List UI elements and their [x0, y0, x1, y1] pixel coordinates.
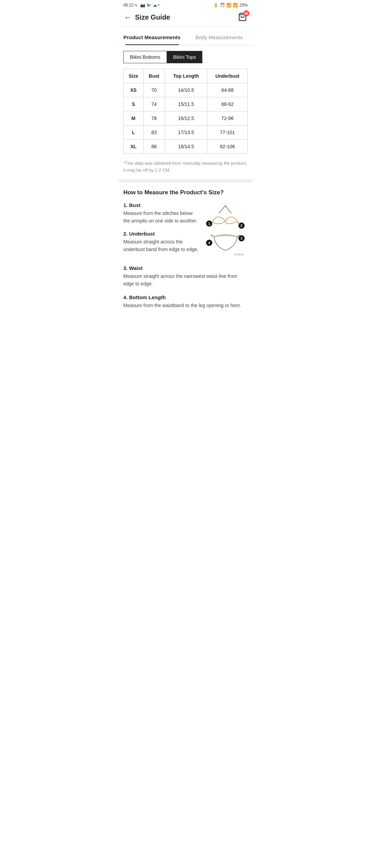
bikini-tops-button[interactable]: Bikini Tops	[167, 51, 203, 63]
measure-label-3: 3. Waist	[123, 265, 248, 271]
svg-line-5	[219, 206, 225, 213]
table-row: L8317/13.577-101	[124, 126, 248, 140]
status-right: 🔋 ⏰ 📶 📶 25%	[213, 3, 248, 8]
measure-label-1: 1. Bust	[123, 202, 200, 208]
status-left: 06:22 ч. 📷 🐦 ☁ •	[123, 3, 159, 8]
measure-desc-1: Measure from the stitches below the armp…	[123, 210, 200, 225]
tabs: Product Measurements Body Measurements	[119, 30, 252, 45]
table-row: XS7014/10.564-88	[124, 83, 248, 97]
col-top-length: Top Length	[165, 69, 207, 83]
status-icons: 📷 🐦 ☁ •	[140, 3, 159, 8]
col-bust: Bust	[143, 69, 165, 83]
cart-badge: 62	[243, 10, 249, 17]
measure-label-2: 2. Underbust	[123, 231, 200, 237]
bikini-svg: 1 2 3 4	[203, 202, 248, 257]
table-header-row: Size Bust Top Length Underbust	[124, 69, 248, 83]
svg-text:SHEIN: SHEIN	[234, 253, 244, 256]
bikini-illustration: 1 2 3 4	[203, 202, 248, 258]
svg-text:3: 3	[240, 237, 243, 240]
table-row: XL8818/14.582-106	[124, 140, 248, 154]
measure-label-4: 4. Bottom Length	[123, 294, 248, 300]
page-title: Size Guide	[135, 13, 170, 21]
battery-icon: 🔋	[213, 3, 218, 8]
tab-body-measurements[interactable]: Body Measurements	[186, 30, 252, 45]
disclaimer: *This data was obtained from manually me…	[119, 159, 252, 180]
measure-desc-4: Measure from the waistband to the leg op…	[123, 302, 248, 310]
how-to-title: How to Measure the Product's Size?	[123, 189, 248, 196]
alarm-icon: ⏰	[220, 3, 225, 8]
size-table-wrap: Size Bust Top Length Underbust XS7014/10…	[119, 67, 252, 159]
how-to-section: How to Measure the Product's Size? 1. Bu…	[119, 182, 252, 327]
cart-button[interactable]: 62	[238, 12, 247, 22]
bikini-bottoms-button[interactable]: Bikini Bottoms	[123, 51, 167, 63]
svg-text:4: 4	[208, 241, 210, 245]
measure-row-3: 3. Waist Measure straight across the nar…	[123, 265, 248, 287]
tab-product-measurements[interactable]: Product Measurements	[119, 30, 186, 45]
col-size: Size	[124, 69, 144, 83]
size-table: Size Bust Top Length Underbust XS7014/10…	[123, 69, 248, 154]
time: 06:22 ч.	[123, 3, 138, 8]
measure-desc-3: Measure straight across the narrowest wa…	[123, 273, 248, 287]
measure-row-4: 4. Bottom Length Measure from the waistb…	[123, 294, 248, 310]
svg-line-15	[211, 235, 214, 237]
svg-text:2: 2	[240, 224, 243, 228]
signal-icon: 📶	[233, 3, 238, 8]
wifi-icon: 📶	[226, 3, 232, 8]
category-buttons: Bikini Bottoms Bikini Tops	[119, 45, 252, 67]
table-row: S7415/11.568-92	[124, 97, 248, 111]
col-underbust: Underbust	[207, 69, 248, 83]
status-bar: 06:22 ч. 📷 🐦 ☁ • 🔋 ⏰ 📶 📶 25%	[119, 0, 252, 9]
table-row: M7816/12.572-96	[124, 111, 248, 126]
header: ← Size Guide 62	[119, 9, 252, 27]
measure-desc-2: Measure straight across the underbust ba…	[123, 238, 200, 253]
back-button[interactable]: ←	[124, 13, 132, 22]
svg-line-6	[225, 206, 231, 213]
battery-percent: 25%	[239, 3, 248, 8]
section-divider	[119, 180, 252, 182]
